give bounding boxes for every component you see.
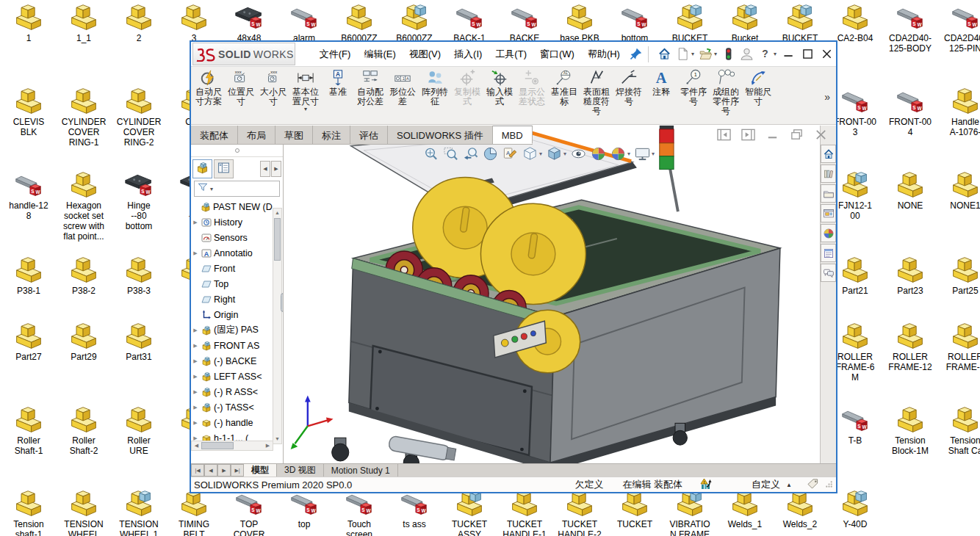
new-document-icon[interactable] <box>674 45 692 63</box>
pane-minimize-icon[interactable] <box>765 128 780 145</box>
dropdown-arrow-icon[interactable]: ▾ <box>691 51 694 57</box>
tree-filter[interactable]: ▾ <box>194 181 280 197</box>
open-icon[interactable] <box>696 45 715 63</box>
expand-arrow-icon[interactable]: ▶ <box>192 250 199 256</box>
graphics-viewport[interactable]: A▾▾▾▾ <box>284 126 820 463</box>
desktop-icon[interactable]: CA2-B04 <box>829 1 882 43</box>
desktop-icon[interactable]: P38-3 <box>112 254 165 296</box>
desktop-icon[interactable]: Handle A-1076- <box>939 85 980 137</box>
last-tab-button[interactable]: ▶| <box>231 464 244 477</box>
model-tab-模型[interactable]: 模型 <box>244 464 277 477</box>
statusbar-caret-icon[interactable]: ▲ <box>786 482 792 488</box>
tree-item--rass[interactable]: ▶(-) R ASS< <box>191 384 283 399</box>
view-settings-icon[interactable] <box>633 145 652 163</box>
menu-item[interactable]: 窗口(W) <box>533 44 581 65</box>
pane-left-icon[interactable] <box>716 128 732 145</box>
command-tab-mbd[interactable]: MBD <box>493 126 533 144</box>
desktop-icon[interactable]: Part25 <box>939 254 980 296</box>
desktop-icon[interactable]: TENSION WHEEL 1 <box>112 488 165 536</box>
scroll-thumb-h[interactable] <box>201 442 234 449</box>
tree-item-annotatio[interactable]: ▶AAnnotatio <box>191 245 283 261</box>
desktop-icon[interactable]: SWtop <box>278 488 331 529</box>
desktop-icon[interactable]: Y-40D <box>829 488 882 529</box>
ribbon-button-datum[interactable]: A基准 <box>322 69 354 124</box>
file-explorer-icon[interactable] <box>821 184 836 203</box>
command-tab-标注[interactable]: 标注 <box>313 126 350 144</box>
desktop-icon[interactable]: Tension shaft-1 <box>2 488 55 536</box>
desktop-icon[interactable]: SWBACKE <box>498 1 551 43</box>
rebuild-warning-icon[interactable]: ! <box>700 478 713 492</box>
desktop-icon[interactable]: Part31 <box>112 320 165 362</box>
ribbon-button-geometric-tolerance[interactable]: .1A形位公差 <box>386 69 419 124</box>
section-view-icon[interactable] <box>481 145 500 163</box>
pane-restore-icon[interactable] <box>789 128 804 145</box>
desktop-icon[interactable]: 2 <box>112 1 165 43</box>
desktop-icon[interactable]: P38-2 <box>57 254 110 296</box>
desktop-icon[interactable]: Part23 <box>884 254 937 296</box>
desktop-icon[interactable]: SWTouch screen <box>333 488 386 536</box>
desktop-icon[interactable]: SWhandle-12 8 <box>2 169 55 221</box>
minimize-icon[interactable] <box>779 45 798 63</box>
expand-arrow-icon[interactable]: ▶ <box>192 343 199 349</box>
expand-arrow-icon[interactable]: ▶ <box>192 374 199 380</box>
ribbon-button-pattern-feature[interactable]: 阵列特征 <box>419 69 451 124</box>
menu-item[interactable]: 帮助(H) <box>581 44 627 65</box>
desktop-icon[interactable]: SWCDA2D40- 125-BODY <box>884 1 937 54</box>
ribbon-button-import-scheme[interactable]: 输入模式 <box>483 69 516 124</box>
desktop-icon[interactable]: SWBACK-1 <box>443 1 496 43</box>
menu-item[interactable]: 工具(T) <box>489 44 533 65</box>
tag-icon[interactable] <box>807 478 819 491</box>
desktop-icon[interactable]: ROLLER FRAME-1 <box>939 320 980 372</box>
desktop-icon[interactable]: Part29 <box>57 320 110 362</box>
maximize-icon[interactable] <box>798 45 817 63</box>
desktop-icon[interactable]: 3 <box>167 1 220 43</box>
first-tab-button[interactable]: |◀ <box>191 464 204 477</box>
menu-item[interactable]: 插入(I) <box>447 44 489 65</box>
ribbon-overflow-chevron[interactable]: » <box>820 91 835 103</box>
tree-item-right[interactable]: Right <box>191 291 283 307</box>
dropdown-arrow-icon[interactable]: ▾ <box>291 106 320 112</box>
ribbon-button-auto-dimension-scheme[interactable]: 自动尺寸方案 <box>192 69 225 124</box>
tree-item-leftass[interactable]: ▶LEFT ASS< <box>191 369 283 384</box>
ribbon-button-datum-target[interactable]: A1基准目标 <box>548 69 580 124</box>
command-tab-评估[interactable]: 评估 <box>350 126 388 144</box>
expand-arrow-icon[interactable]: ▶ <box>192 358 199 364</box>
desktop-icon[interactable]: SWTOP COVER <box>223 488 275 536</box>
previous-view-icon[interactable] <box>461 145 480 163</box>
desktop-icon[interactable]: CYLINDER COVER RING-2 <box>112 85 165 148</box>
ribbon-button-smart-dimension[interactable]: 智能尺寸 <box>742 69 774 124</box>
desktop-icon[interactable]: Roller Shaft-2 <box>57 404 110 456</box>
desktop-icon[interactable]: SWbottom <box>608 1 661 43</box>
command-tab-草图[interactable]: 草图 <box>275 126 313 144</box>
tree-scroll-left-button[interactable]: ◀ <box>260 161 270 177</box>
desktop-icon[interactable]: Roller Shaft-1 <box>2 404 55 456</box>
view-palette-icon[interactable] <box>821 204 836 222</box>
tree-item--tass[interactable]: ▶(-) TASS< <box>191 399 283 415</box>
expand-arrow-icon[interactable]: ▶ <box>192 327 199 333</box>
tree-item-top[interactable]: Top <box>191 276 283 291</box>
menu-item[interactable]: 文件(F) <box>313 44 358 65</box>
help-icon[interactable]: ? <box>756 45 774 63</box>
tree-item--backe[interactable]: ▶(-) BACKE <box>191 353 283 369</box>
menu-item[interactable]: 编辑(E) <box>357 44 402 65</box>
desktop-icon[interactable]: Welds_1 <box>718 488 771 529</box>
custom-toolbar-label[interactable]: 自定义 <box>752 478 780 491</box>
close-icon[interactable] <box>817 45 836 63</box>
desktop-icon[interactable]: Bucket <box>718 1 771 43</box>
pane-right-icon[interactable] <box>741 128 756 145</box>
tree-root-item[interactable]: PAST NEW (D <box>191 199 283 214</box>
desktop-icon[interactable]: SWHinge --80 bottom <box>112 169 165 231</box>
desktop-icon[interactable]: base PKB <box>553 1 606 43</box>
desktop-icon[interactable]: TUCKET HANDLE-1 <box>498 488 551 536</box>
dropdown-arrow-icon[interactable]: ▾ <box>652 151 655 157</box>
command-tab-布局[interactable]: 布局 <box>238 126 275 144</box>
traffic-light-icon[interactable] <box>719 45 738 63</box>
ribbon-button-basic-location-dimension[interactable]: 基本位置尺寸▾ <box>289 69 322 124</box>
pin-icon[interactable] <box>627 45 645 63</box>
ribbon-button-note[interactable]: A注释 <box>645 69 677 124</box>
hide-show-items-icon[interactable] <box>569 145 588 163</box>
home-icon[interactable] <box>821 145 836 163</box>
desktop-icon[interactable]: TUCKET ASSY <box>443 488 496 536</box>
panel-splitter-grip[interactable] <box>281 293 284 312</box>
machine-3d-model[interactable] <box>284 126 820 463</box>
